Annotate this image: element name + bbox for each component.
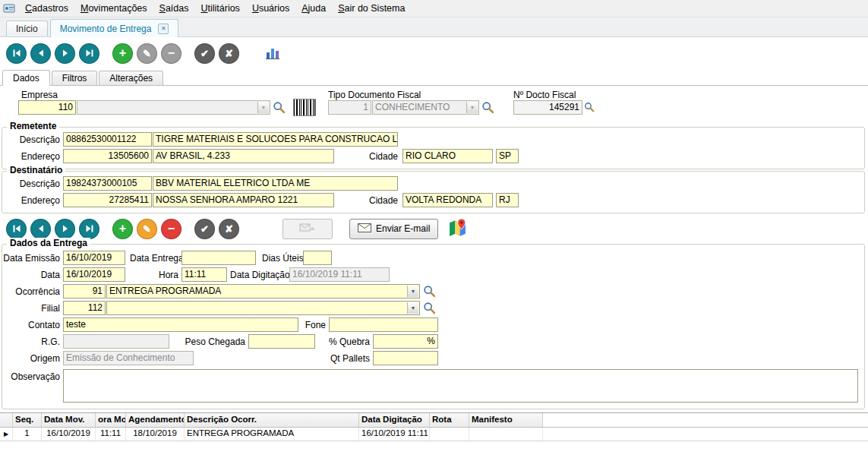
entrega-nav-first-button[interactable] <box>6 219 27 239</box>
entrega-nav-next-button[interactable] <box>55 219 75 239</box>
remetente-nome-field[interactable]: TIGRE MATERIAIS E SOLUCOES PARA CONSTRUC… <box>153 132 398 147</box>
destinatario-documento-field[interactable]: 19824373000105 <box>63 176 152 191</box>
col-data-mov: Data Mov. <box>42 413 96 427</box>
tab-filtros[interactable]: Filtros <box>52 71 98 85</box>
menu-saidas[interactable]: Saídas <box>153 1 195 16</box>
destinatario-uf-field[interactable]: RJ <box>496 193 519 207</box>
rg-field[interactable] <box>63 334 169 349</box>
remetente-uf-field[interactable]: SP <box>496 149 519 163</box>
nav-first-button[interactable] <box>6 43 27 64</box>
entrega-edit-button[interactable]: ✎ <box>137 219 157 239</box>
chevron-down-icon[interactable]: ▼ <box>407 286 418 297</box>
entrega-nav-last-button[interactable] <box>79 219 99 239</box>
rg-label: R.G. <box>2 336 60 347</box>
contato-field[interactable]: teste <box>63 317 298 332</box>
confirm-button[interactable]: ✔ <box>194 43 215 64</box>
tab-movimento-label: Movimento de Entrega <box>60 24 152 34</box>
hora-label: Hora <box>153 270 178 280</box>
remetente-groupbox: Remetente Descrição 08862530001122 TIGRE… <box>2 127 865 169</box>
destinatario-nome-field[interactable]: BBV MATERIAL ELETRICO LTDA ME <box>153 176 398 191</box>
ocorrencia-code-field[interactable]: 91 <box>63 284 106 298</box>
remetente-endereco-field[interactable]: AV BRASIL, 4.233 <box>153 149 334 163</box>
nav-prev-button[interactable] <box>30 43 51 64</box>
destinatario-cidade-field[interactable]: VOLTA REDONDA <box>402 193 493 207</box>
entrega-delete-button[interactable]: − <box>161 219 181 239</box>
menu-sair-do-sistema[interactable]: Sair do Sistema <box>332 1 411 16</box>
delete-button[interactable]: − <box>161 43 181 64</box>
contato-label: Contato <box>2 320 60 330</box>
nav-next-button[interactable] <box>55 43 75 64</box>
chevron-down-icon[interactable]: ▼ <box>466 102 478 113</box>
cell-manifesto <box>469 428 543 441</box>
tipo-documento-fiscal-label: Tipo Documento Fiscal <box>328 90 421 100</box>
dados-entrega-groupbox: Dados da Entrega Data Emissão 16/10/2019… <box>2 244 865 409</box>
ocorrencia-combobox[interactable]: ENTREGA PROGRAMADA ▼ <box>106 284 420 298</box>
edit-button[interactable]: ✎ <box>137 43 157 64</box>
hora-field[interactable]: 11:11 <box>181 267 227 282</box>
destinatario-endereco-field[interactable]: NOSSA SENHORA AMPARO 1221 <box>153 193 334 207</box>
remetente-documento-field[interactable]: 08862530001122 <box>63 132 152 147</box>
menu-utilitarios[interactable]: Utilitários <box>194 1 245 16</box>
entrega-add-button[interactable]: + <box>112 219 133 239</box>
tab-alteracoes[interactable]: Alterações <box>99 71 163 85</box>
app-window: Cadastros Movimentações Saídas Utilitári… <box>0 0 868 458</box>
quebra-field[interactable]: % <box>373 334 438 349</box>
fone-label: Fone <box>301 320 326 330</box>
menu-usuarios[interactable]: Usuários <box>246 1 295 16</box>
tab-close-icon[interactable]: ✕ <box>158 24 169 34</box>
entrega-cancel-button[interactable]: ✘ <box>219 219 239 239</box>
chart-button[interactable] <box>261 42 284 65</box>
tipo-doc-value: CONHECIMENTO <box>375 101 465 114</box>
tab-dados[interactable]: Dados <box>2 70 50 86</box>
filial-label: Filial <box>2 303 60 314</box>
map-button[interactable] <box>446 217 469 240</box>
nav-last-button[interactable] <box>79 43 99 64</box>
peso-chegada-field[interactable] <box>248 334 315 349</box>
observacao-field[interactable] <box>63 369 858 403</box>
data-field[interactable]: 16/10/2019 <box>63 267 125 282</box>
col-seq: Seq. <box>13 413 42 427</box>
enviar-email-button[interactable]: Enviar E-mail <box>349 219 438 239</box>
filial-code-field[interactable]: 112 <box>63 301 106 315</box>
tipo-doc-code-field[interactable]: 1 <box>328 100 371 115</box>
chevron-down-icon[interactable]: ▼ <box>257 102 269 113</box>
tipo-doc-combobox[interactable]: CONHECIMENTO ▼ <box>372 100 479 115</box>
col-hora-mov: ora Mov <box>96 413 126 427</box>
menu-movimentacoes[interactable]: Movimentações <box>74 1 153 16</box>
menu-ajuda[interactable]: Ajuda <box>295 1 332 16</box>
empresa-search-icon[interactable] <box>273 101 286 115</box>
entrega-nav-prev-button[interactable] <box>30 219 51 239</box>
data-emissao-field[interactable]: 16/10/2019 <box>63 251 125 265</box>
grid-row[interactable]: ▶ 1 16/10/2019 11:11 18/10/2019 ENTREGA … <box>0 428 868 441</box>
destinatario-cidade-label: Cidade <box>348 195 398 206</box>
map-pin-icon <box>448 218 467 239</box>
empresa-code-field[interactable]: 110 <box>18 100 76 115</box>
ocorrencia-label: Ocorrência <box>2 286 60 297</box>
chevron-down-icon[interactable]: ▼ <box>407 302 418 314</box>
cancel-button[interactable]: ✘ <box>219 43 239 64</box>
menu-cadastros[interactable]: Cadastros <box>19 1 74 16</box>
filial-combobox[interactable]: ▼ <box>106 301 420 315</box>
add-button[interactable]: + <box>112 43 133 64</box>
destinatario-cep-field[interactable]: 27285411 <box>63 193 152 207</box>
filial-search-icon[interactable] <box>423 302 437 315</box>
remetente-cep-field[interactable]: 13505600 <box>63 149 152 163</box>
grid-header-row: Seq. Data Mov. ora Mov Agendamento Descr… <box>0 413 868 428</box>
ocorrencia-search-icon[interactable] <box>423 285 437 298</box>
barcode-icon[interactable] <box>293 99 316 116</box>
dias-uteis-field[interactable] <box>303 251 332 265</box>
qt-pallets-field[interactable] <box>373 351 438 365</box>
empresa-combobox[interactable]: ▼ <box>77 100 270 115</box>
forward-disabled-button <box>282 219 333 239</box>
docto-search-icon[interactable] <box>584 102 598 115</box>
entrega-confirm-button[interactable]: ✔ <box>194 219 215 239</box>
tab-inicio[interactable]: Início <box>6 21 48 36</box>
tab-movimento-de-entrega[interactable]: Movimento de Entrega ✕ <box>50 19 179 37</box>
remetente-cidade-field[interactable]: RIO CLARO <box>402 149 493 163</box>
dias-uteis-label: Dias Úteis <box>262 253 300 264</box>
data-entrega-field[interactable] <box>181 251 256 265</box>
tipo-doc-search-icon[interactable] <box>481 101 495 115</box>
envelope-forward-icon <box>299 222 316 236</box>
fone-field[interactable] <box>329 317 438 332</box>
num-docto-fiscal-field[interactable]: 145291 <box>513 100 582 115</box>
